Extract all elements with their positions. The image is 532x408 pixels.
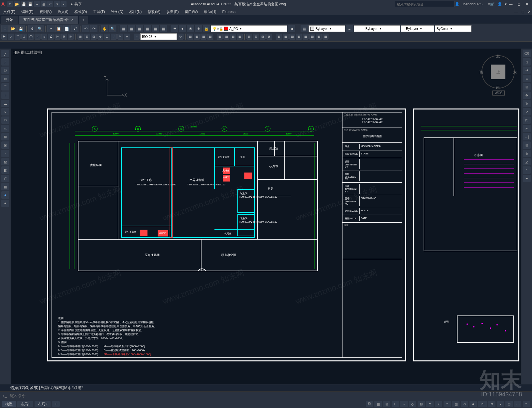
dimedit-icon[interactable]: ✎ — [117, 34, 123, 40]
dim-ang-icon[interactable]: ∠ — [48, 34, 54, 40]
layer-iso-icon[interactable]: ☀ — [187, 25, 194, 32]
polygon-icon[interactable]: ⬠ — [1, 67, 9, 74]
c1-icon[interactable]: ⊞ — [246, 34, 252, 40]
block-icon[interactable]: ▣ — [1, 141, 9, 149]
break-icon[interactable]: ⊟ — [523, 141, 531, 149]
gradient-icon[interactable]: ◧ — [1, 166, 9, 174]
move-icon[interactable]: ✥ — [523, 92, 531, 99]
dim-radius-icon[interactable]: ◯ — [28, 34, 34, 40]
lw-btn-icon[interactable]: ≡ — [346, 25, 353, 32]
lineweight-dropdown[interactable]: ——— ByLayer▾ — [354, 25, 400, 32]
menu-modify[interactable]: 修改(M) — [146, 9, 163, 15]
tol-icon[interactable]: ⊡ — [91, 34, 97, 40]
qat-redo-icon[interactable]: ↷ — [54, 1, 60, 7]
user-name[interactable]: 1505999135... — [462, 2, 485, 6]
tb-qc-icon[interactable]: ▦ — [160, 25, 167, 32]
color-dropdown[interactable]: ByLayer▾ — [309, 25, 345, 32]
menu-parametric[interactable]: 参数(P) — [165, 9, 181, 15]
addsel-icon[interactable]: + — [1, 200, 9, 207]
status-cycle-icon[interactable]: ↻ — [461, 401, 468, 407]
dimtedit-icon[interactable]: A — [124, 34, 130, 40]
doc-minimize-icon[interactable]: — — [514, 10, 518, 14]
layout-tab-2[interactable]: 布局2 — [35, 401, 51, 407]
tb-zoom-icon[interactable]: 🔍 — [109, 25, 116, 32]
status-custom-icon[interactable]: ≡ — [523, 401, 530, 407]
layout-tab-model[interactable]: 模型 — [2, 401, 16, 407]
join-icon[interactable]: ⊕ — [523, 150, 531, 157]
menu-draw[interactable]: 绘图(D) — [109, 9, 125, 15]
plotstyle-dropdown[interactable]: — ByLayer▾ — [401, 25, 434, 32]
dim-cont-icon[interactable]: ⊫ — [68, 34, 74, 40]
region-icon[interactable]: ▢ — [1, 175, 9, 182]
color-btn-icon[interactable]: ▦ — [301, 25, 308, 32]
tb-save-icon[interactable]: 💾 — [17, 25, 25, 32]
tb-dc-icon[interactable]: ▦ — [128, 25, 135, 32]
menu-express[interactable]: Express — [220, 9, 237, 14]
qat-web-icon[interactable]: ☁ — [34, 1, 40, 7]
qat-more-icon[interactable]: ▾ — [61, 1, 66, 7]
viewport-label[interactable]: [-][俯视][二维线框] — [13, 50, 42, 55]
mod4-icon[interactable]: ▦ — [207, 34, 213, 40]
layer-mgr-icon[interactable]: ≣ — [171, 25, 178, 32]
spline-icon[interactable]: ∿ — [1, 108, 9, 115]
menu-edit[interactable]: 编辑(E) — [19, 9, 36, 15]
tb-cut-icon[interactable]: ✂ — [47, 25, 55, 32]
mirror-icon[interactable]: ⇄ — [523, 67, 531, 74]
trim-icon[interactable]: ✂ — [523, 125, 531, 132]
cart-icon[interactable]: ▾🛒 — [488, 2, 495, 6]
tab-document[interactable]: 某百级洁净室空调结构套图*× — [19, 16, 78, 24]
tb-pan-icon[interactable]: ✋ — [101, 25, 108, 32]
status-polar-icon[interactable]: ✦ — [400, 401, 408, 407]
point-icon[interactable]: · — [1, 150, 9, 157]
status-otrack-icon[interactable]: ∠ — [435, 401, 442, 407]
tb-match-icon[interactable]: 🖌 — [71, 25, 78, 32]
help-search-input[interactable] — [395, 1, 455, 7]
qat-open-icon[interactable]: 📂 — [14, 1, 20, 7]
extend-icon[interactable]: →| — [523, 133, 531, 140]
mod3-icon[interactable]: ▦ — [200, 34, 206, 40]
d6-icon[interactable]: ▦ — [309, 34, 315, 40]
d4-icon[interactable]: ▦ — [296, 34, 302, 40]
tb-preview-icon[interactable]: 🔍 — [36, 25, 44, 32]
d8-icon[interactable]: ▦ — [323, 34, 329, 40]
layer-freeze-icon[interactable]: ❄ — [195, 25, 202, 32]
status-lwt-icon[interactable]: ≡ — [444, 401, 451, 407]
mod8-icon[interactable]: ▦ — [237, 34, 243, 40]
layout-tab-add-icon[interactable]: + — [52, 401, 60, 407]
status-transp-icon[interactable]: ▨ — [452, 401, 460, 407]
layout-tab-1[interactable]: 布局1 — [17, 401, 33, 407]
mod5-icon[interactable]: ▦ — [217, 34, 223, 40]
user-icon[interactable]: 👤 — [455, 2, 460, 6]
menu-format[interactable]: 格式(O) — [72, 9, 89, 15]
revcloud-icon[interactable]: ☁ — [1, 100, 9, 107]
line-icon[interactable]: ╱ — [1, 50, 9, 57]
maximize-button[interactable]: ◻ — [515, 2, 523, 6]
inspect-icon[interactable]: ⊙ — [104, 34, 110, 40]
status-gear-icon[interactable]: ⚙ — [488, 401, 495, 407]
drawing-canvas[interactable]: [-][俯视][二维线框] XY 上 北 南 东 西 WCS 工程名称 ENGI… — [11, 49, 521, 384]
menu-file[interactable]: 文件(F) — [1, 9, 17, 15]
stretch-icon[interactable]: ⇱ — [523, 116, 531, 124]
a360-icon[interactable]: 👤 — [497, 2, 502, 6]
dim-base-icon[interactable]: ⊪ — [61, 34, 67, 40]
dim-quick-icon[interactable]: ⊩ — [55, 34, 61, 40]
layer-states-icon[interactable]: ▾ — [179, 25, 186, 32]
qat-plot-icon[interactable]: 🖨 — [41, 1, 47, 7]
arc-icon[interactable]: ⌒ — [1, 83, 9, 91]
c2-icon[interactable]: ⊟ — [253, 34, 259, 40]
wcs-label[interactable]: WCS — [492, 91, 505, 96]
d1-icon[interactable]: ▦ — [276, 34, 282, 40]
explode-icon[interactable]: ✦ — [523, 175, 531, 182]
pline-icon[interactable]: ⟋ — [1, 58, 9, 66]
menu-insert[interactable]: 插入(I) — [56, 9, 70, 15]
status-osnap-icon[interactable]: ⊡ — [418, 401, 425, 407]
menu-view[interactable]: 视图(V) — [38, 9, 54, 15]
doc-restore-icon[interactable]: ◻ — [521, 10, 524, 14]
status-scale[interactable]: 1:1 — [478, 401, 487, 407]
rotate-icon[interactable]: ↻ — [523, 100, 531, 107]
tb-open-icon[interactable]: 📂 — [9, 25, 17, 32]
layer-dropdown[interactable]: 💡❄🔓 A_FG▾ — [211, 25, 287, 32]
c4-icon[interactable]: ⊠ — [266, 34, 272, 40]
tb-tp-icon[interactable]: ▦ — [136, 25, 143, 32]
status-iso-icon[interactable]: ◇ — [409, 401, 416, 407]
